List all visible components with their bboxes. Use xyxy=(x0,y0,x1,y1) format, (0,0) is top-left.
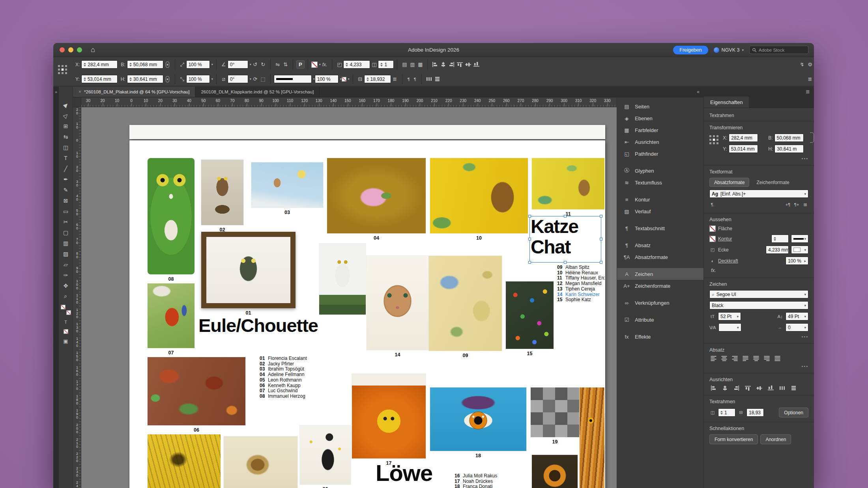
justify-all-icon[interactable] xyxy=(774,356,780,361)
stepper-icon[interactable] xyxy=(720,411,723,415)
panel-item-seiten[interactable]: ▤ Seiten xyxy=(617,101,703,112)
stroke-weight-field[interactable] xyxy=(274,75,312,83)
select-container-icon[interactable]: ⬚ xyxy=(259,75,267,83)
chevron-down-icon[interactable]: ▾ xyxy=(804,248,806,252)
width-field[interactable]: 50,068 mm xyxy=(127,60,163,69)
align-top-icon[interactable] xyxy=(745,386,751,391)
chevron-down-icon[interactable]: ▾ xyxy=(737,326,739,330)
rectangle-frame-tool[interactable]: ⊠ xyxy=(59,195,73,206)
frame-handle[interactable] xyxy=(600,238,602,240)
scale-y-field[interactable]: 100 % xyxy=(186,75,210,83)
document-page[interactable]: 08 02 03 04 xyxy=(129,140,605,488)
gradient-feather-tool[interactable]: ▨ xyxy=(59,248,73,259)
frame-handle[interactable] xyxy=(564,215,567,218)
chevron-right-icon[interactable]: ▸ xyxy=(804,259,806,263)
opacity-field[interactable]: 100 %▸ xyxy=(786,257,808,265)
chevron-down-icon[interactable]: ▾ xyxy=(737,315,739,319)
paragraph-direction-button[interactable]: P xyxy=(296,60,305,69)
stroke-color-swatch[interactable] xyxy=(709,236,716,242)
chevron-down-icon[interactable]: ▾ xyxy=(211,77,213,81)
chevron-down-icon[interactable]: ▾ xyxy=(804,192,806,196)
scale-x-field[interactable]: 100 % xyxy=(186,60,210,69)
panel-item-ausrichten[interactable]: ⇤ Ausrichten xyxy=(617,136,703,148)
collapse-panels-icon[interactable]: « xyxy=(697,89,700,95)
artwork-owl-figurine[interactable] xyxy=(319,244,366,315)
align-middle-icon[interactable] xyxy=(756,386,762,391)
artwork-a09[interactable]: 09 xyxy=(429,256,502,358)
direct-selection-tool[interactable]: ▷ xyxy=(59,110,73,121)
expand-panel-strip[interactable]: » xyxy=(53,87,59,488)
panel-menu-icon[interactable]: ≣ xyxy=(806,75,814,83)
apply-none-icon[interactable] xyxy=(64,329,68,334)
panel-item-farbfelder[interactable]: ▦ Farbfelder xyxy=(617,124,703,136)
columns-field[interactable]: 1 xyxy=(378,60,394,69)
panel-item-verlauf[interactable]: ▧ Verlauf xyxy=(617,205,703,217)
type-tool[interactable]: T xyxy=(59,153,73,163)
hand-tool[interactable]: ✥ xyxy=(59,280,73,291)
pasteboard[interactable]: 08 02 03 04 xyxy=(81,107,617,488)
distribute-horizontal-icon[interactable] xyxy=(426,76,432,82)
artwork-yellow-cat[interactable] xyxy=(148,434,221,488)
text-inset-field[interactable]: 18,932 xyxy=(364,75,391,83)
justify-last-left-icon[interactable] xyxy=(743,356,748,361)
character-styles-tab[interactable]: Zeichenformate xyxy=(752,178,794,187)
stepper-icon[interactable] xyxy=(346,63,348,67)
stroke-type-dropdown[interactable]: ▾ xyxy=(791,235,808,243)
font-style-dropdown[interactable]: Black ▾ xyxy=(709,301,808,309)
chevron-down-icon[interactable]: ▾ xyxy=(804,315,806,319)
chevron-down-icon[interactable]: ▾ xyxy=(804,292,806,296)
rectangle-tool[interactable]: ▭ xyxy=(59,206,73,216)
convert-shape-button[interactable]: Form konvertieren xyxy=(709,434,758,444)
panel-item-pathfinder[interactable]: ◱ Pathfinder xyxy=(617,148,703,160)
gradient-swatch-tool[interactable]: ▥ xyxy=(59,238,73,248)
screen-mode-icon[interactable]: ▣ xyxy=(62,337,70,345)
stepper-icon[interactable] xyxy=(84,63,86,67)
artwork-lion-sketch[interactable] xyxy=(224,436,297,488)
artwork-a03[interactable]: 03 xyxy=(251,162,323,215)
stroke-label[interactable]: Kontur xyxy=(718,236,732,242)
panel-item-zeichen[interactable]: A Zeichen xyxy=(617,268,703,280)
distribute-vertical-icon[interactable] xyxy=(434,76,440,82)
style-override-icon[interactable]: ¶+ xyxy=(793,201,800,209)
stock-search[interactable] xyxy=(749,46,808,54)
constrain-proportions-icon[interactable] xyxy=(810,132,814,143)
eyedropper-tool[interactable]: ✑ xyxy=(59,270,73,280)
align-left-text-icon[interactable] xyxy=(711,356,716,361)
height-field[interactable]: 30,641 mm xyxy=(127,75,163,83)
align-center-text-icon[interactable] xyxy=(721,356,727,361)
constrain-proportions-icon[interactable] xyxy=(166,61,169,68)
reference-point-grid[interactable] xyxy=(709,135,719,145)
rotate-ccw-icon[interactable]: ↺ xyxy=(251,61,259,69)
flip-horizontal-icon[interactable]: ⇋ xyxy=(274,61,282,69)
panel-item-effekte[interactable]: fx Effekte xyxy=(617,331,703,343)
pencil-tool[interactable]: ✎ xyxy=(59,184,73,195)
frame-fitting-icon[interactable]: ▥ xyxy=(408,61,416,69)
grid-view-icon[interactable]: ▤ xyxy=(400,61,408,69)
frame-handle[interactable] xyxy=(600,215,602,218)
y-position-field[interactable]: 53,014 mm xyxy=(729,145,758,153)
new-style-icon[interactable]: ⊞ xyxy=(802,201,808,209)
tab-eigenschaften[interactable]: Eigenschaften xyxy=(704,97,749,108)
fill-color-swatch[interactable] xyxy=(311,61,318,68)
align-left-icon[interactable] xyxy=(711,386,716,391)
tracking-field[interactable]: 0▾ xyxy=(786,323,808,332)
artwork-a17[interactable]: 17 xyxy=(352,374,426,466)
artwork-a07[interactable]: 07 xyxy=(148,283,195,356)
free-transform-tool[interactable]: ▢ xyxy=(59,227,73,238)
align-right-icon[interactable] xyxy=(733,386,739,391)
baseline-grid-icon[interactable]: ≣ xyxy=(391,75,399,83)
more-options-dots[interactable]: ••• xyxy=(709,364,808,369)
panel-item-ebenen[interactable]: ◈ Ebenen xyxy=(617,112,703,124)
paragraph-styles-tab[interactable]: Absatzformate xyxy=(709,178,749,187)
artwork-a22[interactable]: 22 xyxy=(300,425,351,488)
more-options-dots[interactable]: ••• xyxy=(709,156,808,161)
arrange-button[interactable]: Anordnen xyxy=(760,434,791,444)
ruler-origin-corner[interactable] xyxy=(73,97,81,107)
workspace-menu[interactable]: NGVK 3 ▾ xyxy=(714,47,744,53)
align-left-icon[interactable] xyxy=(432,62,438,67)
gap-tool[interactable]: ⇆ xyxy=(59,131,73,142)
panel-item-kontur[interactable]: ≡ Kontur xyxy=(617,194,703,205)
chevron-down-icon[interactable]: ▾ xyxy=(348,77,350,81)
width-field[interactable]: 50,068 mm xyxy=(774,134,804,142)
frame-handle[interactable] xyxy=(528,215,531,218)
